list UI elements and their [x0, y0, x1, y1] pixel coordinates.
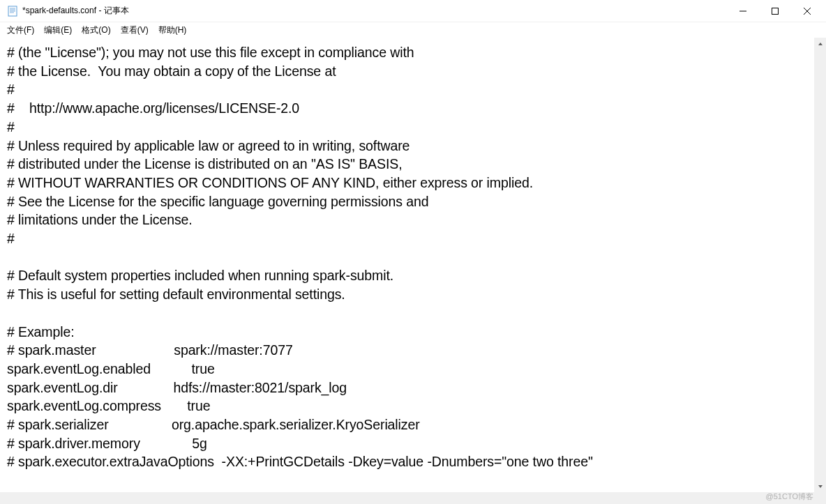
scroll-track-vertical[interactable]	[814, 49, 826, 480]
menu-format[interactable]: 格式(O)	[79, 23, 113, 38]
titlebar: *spark-defaults.conf - 记事本	[0, 0, 826, 22]
scroll-up-arrow-icon[interactable]	[814, 38, 826, 49]
notepad-icon	[7, 6, 18, 17]
watermark: @51CTO博客	[766, 491, 813, 502]
scroll-corner	[814, 492, 826, 504]
menubar: 文件(F) 编辑(E) 格式(O) 查看(V) 帮助(H)	[0, 22, 826, 38]
minimize-button[interactable]	[727, 0, 759, 22]
close-button[interactable]	[791, 0, 823, 22]
menu-edit[interactable]: 编辑(E)	[41, 23, 75, 38]
horizontal-scrollbar[interactable]	[0, 492, 814, 504]
menu-help[interactable]: 帮助(H)	[156, 23, 190, 38]
text-content[interactable]: # (the "License"); you may not use this …	[0, 38, 814, 474]
svg-rect-6	[772, 8, 779, 14]
window-title: *spark-defaults.conf - 记事本	[22, 5, 129, 17]
text-editor-area[interactable]: # (the "License"); you may not use this …	[0, 38, 814, 492]
maximize-button[interactable]	[759, 0, 791, 22]
vertical-scrollbar[interactable]	[814, 38, 826, 492]
window-controls	[727, 0, 823, 22]
svg-marker-10	[818, 485, 823, 488]
svg-marker-9	[818, 43, 823, 45]
menu-file[interactable]: 文件(F)	[4, 23, 37, 38]
menu-view[interactable]: 查看(V)	[118, 23, 151, 38]
scroll-down-arrow-icon[interactable]	[814, 480, 826, 492]
